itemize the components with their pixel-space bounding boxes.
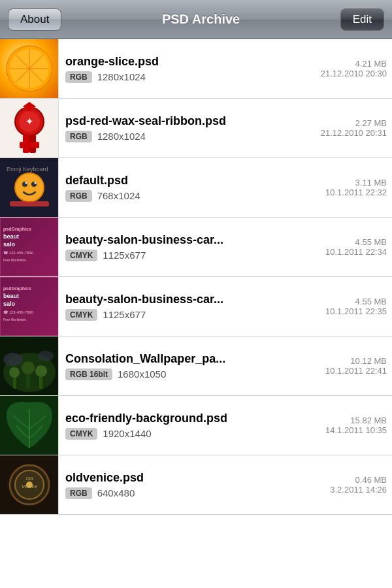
file-name: psd-red-wax-seal-ribbon.psd [65, 114, 314, 128]
item-info: beauty-salon-business-car...CMYK1125x677 [59, 228, 325, 267]
file-thumbnail [0, 336, 59, 395]
item-meta-row: CMYK1920x1440 [65, 428, 319, 440]
list-item[interactable]: Consolation_Wallpaper_pa...RGB 16bit1680… [0, 336, 392, 396]
file-name: eco-friendly-background.psd [65, 412, 319, 425]
file-size: 2.27 MB [355, 118, 387, 128]
svg-text:salo: salo [3, 241, 16, 248]
item-info: oldvenice.psdRGB640x480 [59, 466, 330, 504]
file-thumbnail [0, 39, 59, 98]
file-date: 14.1.2011 10:35 [325, 425, 387, 435]
list-item[interactable]: eco-friendly-background.psdCMYK1920x1440… [0, 396, 392, 455]
svg-text:beaut: beaut [3, 293, 19, 299]
file-thumbnail: psdGraphics beaut salo ☎ 123-456-7890 Fr… [0, 218, 59, 276]
file-date: 3.2.2011 14:26 [330, 485, 387, 495]
file-thumbnail: Old Venice [0, 455, 59, 514]
item-meta-row: RGB 16bit1680x1050 [65, 368, 319, 380]
svg-point-19 [25, 182, 27, 184]
list-item[interactable]: psdGraphics beaut salo ☎ 123-456-7890 Fr… [0, 218, 392, 277]
file-dimensions: 1920x1440 [103, 428, 151, 439]
svg-point-44 [22, 361, 35, 374]
svg-text:Old: Old [26, 476, 34, 481]
file-date: 10.1.2011 22:34 [325, 247, 387, 257]
item-meta-row: RGB1280x1024 [65, 71, 314, 83]
list-item[interactable]: Emoji Keyboard default.psdRGB768x10243.1… [0, 158, 392, 218]
color-mode-badge: RGB [65, 487, 92, 499]
list-item[interactable]: Old Venice oldvenice.psdRGB640x4800.46 M… [0, 455, 392, 515]
svg-point-54 [26, 482, 33, 488]
color-mode-badge: RGB [65, 131, 92, 142]
color-mode-badge: RGB [65, 190, 92, 202]
svg-point-16 [15, 173, 44, 202]
item-info: beauty-salon-business-car...CMYK1125x677 [59, 287, 325, 326]
file-date: 21.12.2010 20:31 [321, 128, 387, 138]
list-item[interactable]: psdGraphics beaut salo ☎ 123-456-7890 Fr… [0, 277, 392, 336]
file-dimensions: 1280x1024 [97, 131, 146, 142]
file-date: 21.12.2010 20:30 [321, 69, 387, 78]
item-info: psd-red-wax-seal-ribbon.psdRGB1280x1024 [59, 109, 321, 148]
item-meta-row: CMYK1125x677 [65, 250, 319, 261]
file-name: orange-slice.psd [65, 55, 314, 69]
svg-text:☎ 123-456-7890: ☎ 123-456-7890 [3, 251, 34, 255]
svg-text:☎ 123-456-7890: ☎ 123-456-7890 [3, 310, 34, 314]
file-date: 10.1.2011 22:35 [325, 306, 387, 316]
svg-rect-40 [13, 376, 16, 389]
file-date: 10.1.2011 22:41 [325, 366, 387, 376]
item-info: eco-friendly-background.psdCMYK1920x1440 [59, 406, 325, 445]
item-meta-row: RGB640x480 [65, 487, 323, 499]
color-mode-badge: CMYK [65, 250, 97, 261]
about-button[interactable]: About [8, 8, 61, 31]
svg-point-20 [35, 182, 37, 184]
svg-text:salo: salo [3, 301, 16, 307]
file-size: 3.11 MB [355, 178, 387, 188]
file-list: orange-slice.psdRGB1280x10244.21 MB21.12… [0, 39, 392, 588]
list-item[interactable]: orange-slice.psdRGB1280x10244.21 MB21.12… [0, 39, 392, 99]
svg-text:✦: ✦ [25, 116, 33, 127]
edit-button[interactable]: Edit [340, 8, 384, 31]
item-meta-row: RGB1280x1024 [65, 131, 314, 142]
svg-rect-11 [20, 142, 39, 148]
navigation-bar: About PSD Archive Edit [0, 0, 392, 39]
file-size: 10.12 MB [350, 356, 387, 366]
file-date: 10.1.2011 22:32 [325, 188, 387, 197]
svg-text:Free Worldwide: Free Worldwide [3, 258, 26, 262]
file-thumbnail: Emoji Keyboard [0, 158, 59, 217]
file-thumbnail: psdGraphics beaut salo ☎ 123-456-7890 Fr… [0, 277, 59, 336]
item-info: Consolation_Wallpaper_pa...RGB 16bit1680… [59, 347, 325, 385]
svg-text:Emoji Keyboard: Emoji Keyboard [7, 166, 48, 172]
item-size-date: 15.82 MB14.1.2011 10:35 [325, 416, 392, 435]
svg-text:Free Worldwide: Free Worldwide [3, 318, 26, 321]
svg-point-46 [3, 353, 23, 366]
item-meta-row: CMYK1125x677 [65, 309, 319, 321]
file-dimensions: 768x1024 [97, 190, 140, 201]
file-dimensions: 640x480 [97, 487, 135, 498]
file-size: 4.55 MB [355, 297, 387, 306]
file-name: oldvenice.psd [65, 471, 323, 485]
file-size: 0.46 MB [355, 475, 387, 485]
color-mode-badge: RGB 16bit [65, 368, 112, 380]
svg-point-45 [35, 365, 47, 377]
item-size-date: 4.21 MB21.12.2010 20:30 [321, 59, 392, 78]
color-mode-badge: CMYK [65, 309, 97, 321]
page-title: PSD Archive [162, 12, 240, 27]
item-size-date: 10.12 MB10.1.2011 22:41 [325, 356, 392, 376]
item-size-date: 2.27 MB21.12.2010 20:31 [321, 118, 392, 138]
file-name: beauty-salon-business-car... [65, 233, 319, 247]
color-mode-badge: CMYK [65, 428, 97, 440]
file-size: 15.82 MB [350, 416, 387, 425]
item-size-date: 4.55 MB10.1.2011 22:34 [325, 237, 392, 257]
item-size-date: 4.55 MB10.1.2011 22:35 [325, 297, 392, 316]
file-name: Consolation_Wallpaper_pa... [65, 352, 319, 366]
file-dimensions: 1280x1024 [97, 71, 146, 82]
file-thumbnail: ✦ [0, 99, 59, 157]
file-size: 4.55 MB [355, 237, 387, 247]
file-name: default.psd [65, 174, 319, 188]
item-size-date: 0.46 MB3.2.2011 14:26 [330, 475, 392, 495]
svg-rect-41 [26, 372, 30, 389]
svg-rect-21 [10, 201, 49, 206]
file-thumbnail [0, 396, 59, 455]
file-dimensions: 1680x1050 [118, 368, 166, 380]
svg-text:beaut: beaut [3, 233, 19, 240]
list-item[interactable]: ✦ psd-red-wax-seal-ribbon.psdRGB1280x102… [0, 99, 392, 158]
item-info: orange-slice.psdRGB1280x1024 [59, 50, 321, 88]
svg-point-47 [38, 351, 54, 361]
